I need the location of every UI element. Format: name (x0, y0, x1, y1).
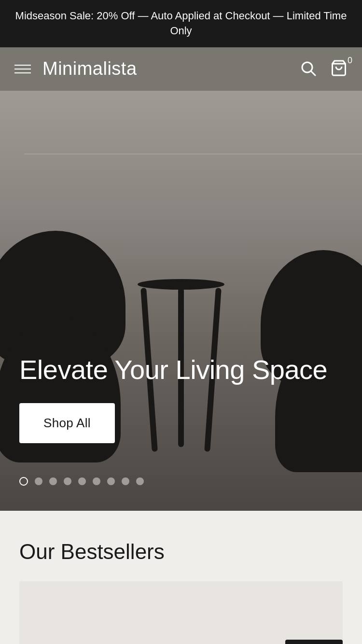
carousel-dot-8[interactable] (136, 477, 144, 485)
carousel-dot-2[interactable] (49, 477, 57, 485)
bestsellers-title: Our Bestsellers (19, 540, 343, 564)
carousel-dot-1[interactable] (35, 477, 42, 485)
announcement-text: Midseason Sale: 20% Off — Auto Applied a… (15, 10, 347, 37)
carousel-dot-6[interactable] (107, 477, 115, 485)
cart-badge: 0 (348, 56, 352, 66)
announcement-bar: Midseason Sale: 20% Off — Auto Applied a… (0, 0, 362, 47)
carousel-dot-0[interactable] (19, 477, 28, 486)
product-row: NEXUS / HOME ACCENTS Shop (19, 581, 343, 644)
brand-name[interactable]: Minimalista (42, 58, 137, 79)
cart-button[interactable]: 0 (330, 59, 348, 79)
search-icon (299, 59, 317, 77)
header-left: Minimalista (14, 58, 137, 79)
product-card[interactable]: NEXUS / HOME ACCENTS (19, 581, 343, 644)
hero-headline: Elevate Your Living Space (19, 354, 343, 385)
cart-icon (330, 59, 348, 77)
hero-content: Elevate Your Living Space Shop All (19, 354, 343, 443)
shop-all-button[interactable]: Shop All (19, 403, 115, 443)
svg-line-1 (311, 71, 315, 75)
hero-section: Elevate Your Living Space Shop All (0, 91, 362, 511)
header: Minimalista 0 (0, 47, 362, 91)
bestsellers-section: Our Bestsellers NEXUS / HOME ACCENTS Sho… (0, 511, 362, 644)
carousel-dot-3[interactable] (64, 477, 71, 485)
carousel-dots (19, 477, 144, 486)
header-right: 0 (299, 59, 348, 79)
carousel-dot-7[interactable] (122, 477, 129, 485)
furniture-scene (0, 91, 362, 511)
carousel-dot-4[interactable] (78, 477, 86, 485)
hamburger-menu-icon[interactable] (14, 65, 31, 73)
product-shop-button[interactable]: Shop (285, 640, 343, 644)
carousel-dot-5[interactable] (93, 477, 100, 485)
search-button[interactable] (299, 59, 317, 79)
